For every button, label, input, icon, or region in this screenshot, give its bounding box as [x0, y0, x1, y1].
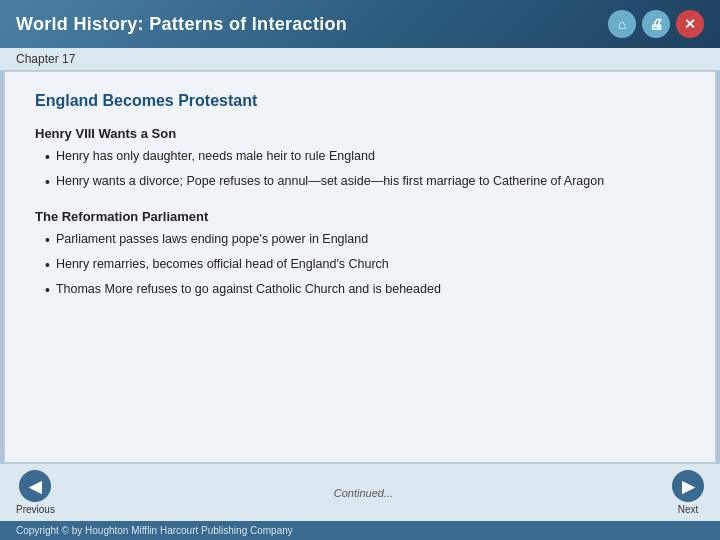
- app-title: World History: Patterns of Interaction: [16, 14, 347, 35]
- bullet-list-reformation: Parliament passes laws ending pope's pow…: [35, 230, 685, 301]
- copyright-text: Copyright © by Houghton Mifflin Harcourt…: [16, 525, 293, 536]
- list-item: Parliament passes laws ending pope's pow…: [45, 230, 685, 251]
- copyright-bar: Copyright © by Houghton Mifflin Harcourt…: [0, 521, 720, 540]
- list-item: Thomas More refuses to go against Cathol…: [45, 280, 685, 301]
- header: World History: Patterns of Interaction ⌂…: [0, 0, 720, 48]
- list-item: Henry remarries, becomes official head o…: [45, 255, 685, 276]
- footer-left: ◀ Previous: [16, 470, 55, 515]
- subsection-title-reformation: The Reformation Parliament: [35, 209, 685, 224]
- section-title: England Becomes Protestant: [35, 92, 685, 112]
- close-button[interactable]: ✕: [676, 10, 704, 38]
- header-icons: ⌂ 🖨 ✕: [608, 10, 704, 38]
- list-item: Henry wants a divorce; Pope refuses to a…: [45, 172, 685, 193]
- footer: ◀ Previous Continued... ▶ Next: [0, 463, 720, 521]
- chapter-bar: Chapter 17: [0, 48, 720, 71]
- previous-button[interactable]: ◀: [19, 470, 51, 502]
- home-button[interactable]: ⌂: [608, 10, 636, 38]
- next-button[interactable]: ▶: [672, 470, 704, 502]
- previous-label: Previous: [16, 504, 55, 515]
- subsection-reformation: The Reformation Parliament Parliament pa…: [35, 209, 685, 301]
- main-content: England Becomes Protestant Henry VIII Wa…: [4, 71, 716, 463]
- continued-text: Continued...: [334, 487, 393, 499]
- subsection-henry-viii: Henry VIII Wants a Son Henry has only da…: [35, 126, 685, 193]
- app-container: World History: Patterns of Interaction ⌂…: [0, 0, 720, 540]
- subsection-title-henry: Henry VIII Wants a Son: [35, 126, 685, 141]
- list-item: Henry has only daughter, needs male heir…: [45, 147, 685, 168]
- next-label: Next: [678, 504, 699, 515]
- print-button[interactable]: 🖨: [642, 10, 670, 38]
- footer-right: ▶ Next: [672, 470, 704, 515]
- chapter-label: Chapter 17: [16, 52, 75, 66]
- bullet-list-henry: Henry has only daughter, needs male heir…: [35, 147, 685, 193]
